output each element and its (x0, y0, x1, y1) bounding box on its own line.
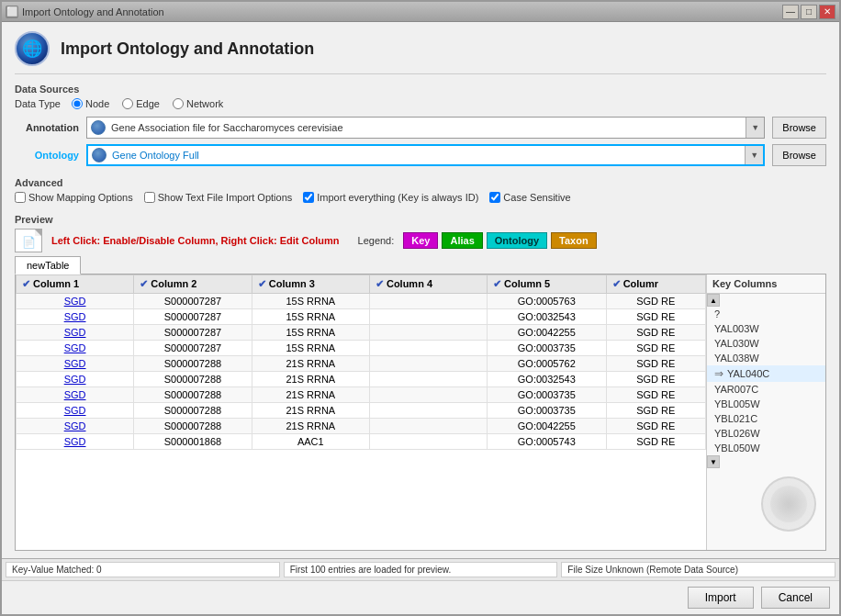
data-sources-label: Data Sources (15, 84, 826, 95)
key-column-item[interactable]: YAL038W (707, 351, 825, 365)
table-container[interactable]: ✔ Column 1 ✔ Column 2 ✔ Column 3 ✔ Colum… (16, 274, 706, 550)
dialog-title: Import Ontology and Annotation (61, 39, 314, 59)
checkbox-show-text-file[interactable]: Show Text File Import Options (144, 192, 293, 203)
annotation-browse-button[interactable]: Browse (772, 117, 826, 139)
arrow-indicator-icon: ⇒ (714, 367, 723, 380)
ontology-row: Ontology Gene Ontology Full ▼ Browse (15, 144, 826, 166)
table-cell: GO:0042255 (488, 419, 607, 434)
radio-edge[interactable]: Edge (122, 98, 160, 109)
ontology-browse-button[interactable]: Browse (772, 144, 826, 166)
scrollbar-down-arrow[interactable]: ▼ (707, 455, 720, 468)
col-header-6[interactable]: ✔ Columr (606, 275, 705, 294)
table-row: SGDS00000728821S RRNAGO:0003735SGD RE (17, 387, 706, 403)
table-body: SGDS00000728715S RRNAGO:0005763SGD RESGD… (17, 294, 706, 450)
table-cell: GO:0005743 (488, 434, 607, 450)
status-bar: Key-Value Matched: 0 First 100 entries a… (2, 558, 839, 580)
checkbox-row: Show Mapping Options Show Text File Impo… (15, 192, 826, 203)
key-column-item[interactable]: YAL030W (707, 336, 825, 351)
minimize-button[interactable]: — (782, 5, 799, 19)
table-cell[interactable]: SGD (17, 309, 134, 325)
table-cell: GO:0003735 (488, 341, 607, 356)
key-column-item[interactable]: ⇒YAL040C (707, 365, 825, 382)
app-icon: ⬜ (6, 6, 18, 18)
ontology-combo[interactable]: Gene Ontology Full ▼ (86, 144, 765, 166)
table-cell (369, 356, 487, 372)
table-cell[interactable]: SGD (17, 356, 134, 372)
key-column-item[interactable]: YBL026W (707, 426, 825, 441)
table-cell[interactable]: SGD (17, 403, 134, 419)
key-column-label: YBL005W (714, 398, 760, 409)
table-cell[interactable]: SGD (17, 294, 134, 309)
table-row: SGDS00000728715S RRNAGO:0005763SGD RE (17, 294, 706, 309)
preview-hint: Left Click: Enable/Disable Column, Right… (51, 235, 340, 246)
cancel-button[interactable]: Cancel (761, 587, 830, 609)
key-column-item[interactable]: YBL005W (707, 397, 825, 411)
ontology-value: Gene Ontology Full (110, 150, 745, 161)
checkbox-import-everything-label: Import everything (Key is always ID) (317, 192, 478, 203)
table-cell[interactable]: SGD (17, 387, 134, 403)
table-cell: 21S RRNA (252, 403, 369, 419)
radio-node[interactable]: Node (72, 98, 109, 109)
annotation-label: Annotation (15, 122, 79, 133)
table-cell: S000007287 (134, 309, 252, 325)
table-row: SGDS00000728821S RRNAGO:0042255SGD RE (17, 419, 706, 434)
checkbox-case-sensitive-input[interactable] (489, 192, 500, 203)
preview-area: ✔ Column 1 ✔ Column 2 ✔ Column 3 ✔ Colum… (15, 274, 826, 551)
key-value-status: Key-Value Matched: 0 (6, 562, 280, 577)
radio-network-label: Network (186, 98, 223, 109)
col-header-1[interactable]: ✔ Column 1 (17, 275, 134, 294)
key-column-item[interactable]: ? (707, 307, 825, 321)
key-column-item[interactable]: YBL050W (707, 441, 825, 455)
table-cell: 21S RRNA (252, 387, 369, 403)
title-bar-buttons: — □ ✕ (782, 5, 835, 19)
annotation-combo[interactable]: Gene Association file for Saccharomyces … (86, 117, 765, 139)
table-cell: S000007288 (134, 387, 252, 403)
table-cell[interactable]: SGD (17, 419, 134, 434)
legend-label: Legend: (358, 235, 395, 246)
col-header-5[interactable]: ✔ Column 5 (488, 275, 607, 294)
data-sources-section: Data Sources Data Type Node Edge Network (15, 84, 826, 109)
badge-alias: Alias (442, 232, 482, 249)
table-cell: S000007288 (134, 356, 252, 372)
ontology-dropdown-arrow[interactable]: ▼ (745, 146, 763, 164)
col-header-4[interactable]: ✔ Column 4 (369, 275, 487, 294)
table-cell[interactable]: SGD (17, 434, 134, 450)
close-button[interactable]: ✕ (819, 5, 835, 19)
main-window: ⬜ Import Ontology and Annotation — □ ✕ 🌐… (0, 0, 841, 616)
checkbox-show-mapping-label: Show Mapping Options (28, 192, 133, 203)
table-cell: SGD RE (606, 294, 705, 309)
checkbox-import-everything[interactable]: Import everything (Key is always ID) (303, 192, 478, 203)
checkbox-import-everything-input[interactable] (303, 192, 314, 203)
col-header-3[interactable]: ✔ Column 3 (252, 275, 369, 294)
radio-network-input[interactable] (173, 98, 184, 109)
table-cell: GO:0003735 (488, 387, 607, 403)
key-column-item[interactable]: YAR007C (707, 382, 825, 397)
key-column-item[interactable]: YAL003W (707, 321, 825, 336)
maximize-button[interactable]: □ (801, 5, 817, 19)
table-cell: GO:0005763 (488, 294, 607, 309)
radio-network[interactable]: Network (173, 98, 223, 109)
table-cell[interactable]: SGD (17, 341, 134, 356)
annotation-dropdown-arrow[interactable]: ▼ (746, 118, 764, 138)
checkbox-case-sensitive[interactable]: Case Sensitive (489, 192, 570, 203)
key-column-item[interactable]: YBL021C (707, 411, 825, 426)
col-header-2[interactable]: ✔ Column 2 (134, 275, 252, 294)
checkbox-show-text-file-input[interactable] (144, 192, 155, 203)
tab-new-table[interactable]: newTable (15, 256, 81, 274)
radio-node-input[interactable] (72, 98, 83, 109)
table-cell[interactable]: SGD (17, 372, 134, 387)
table-cell: S000007288 (134, 372, 252, 387)
key-columns-list-wrapper[interactable]: ▲ ?YAL003WYAL030WYAL038W⇒YAL040CYAR007CY… (707, 294, 825, 550)
title-bar-left: ⬜ Import Ontology and Annotation (6, 6, 164, 18)
checkbox-show-mapping-input[interactable] (15, 192, 26, 203)
table-cell: SGD RE (606, 434, 705, 450)
key-column-label: YBL021C (714, 413, 757, 424)
file-icon: 📄 (15, 229, 42, 252)
table-cell: 15S RRNA (252, 294, 369, 309)
table-cell[interactable]: SGD (17, 325, 134, 341)
preview-toolbar: 📄 Left Click: Enable/Disable Column, Rig… (15, 229, 826, 252)
checkbox-show-mapping[interactable]: Show Mapping Options (15, 192, 133, 203)
import-button[interactable]: Import (688, 587, 754, 609)
radio-edge-input[interactable] (122, 98, 133, 109)
scrollbar-up-arrow[interactable]: ▲ (707, 294, 720, 307)
